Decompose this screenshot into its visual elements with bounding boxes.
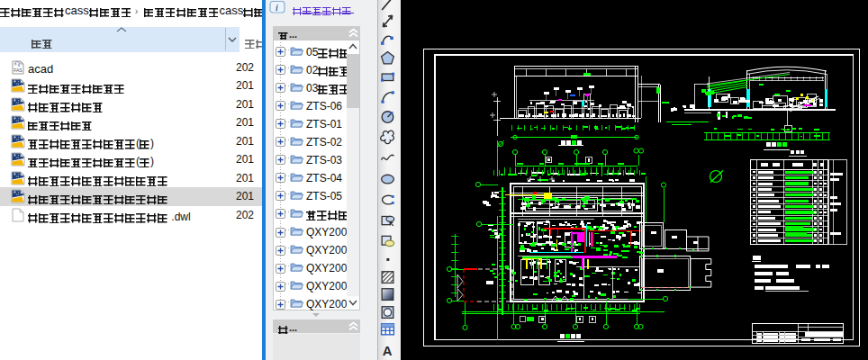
svg-text:A: A — [383, 343, 393, 358]
svg-text:i: i — [276, 3, 278, 13]
svg-text:FAS: FAS — [14, 68, 23, 73]
